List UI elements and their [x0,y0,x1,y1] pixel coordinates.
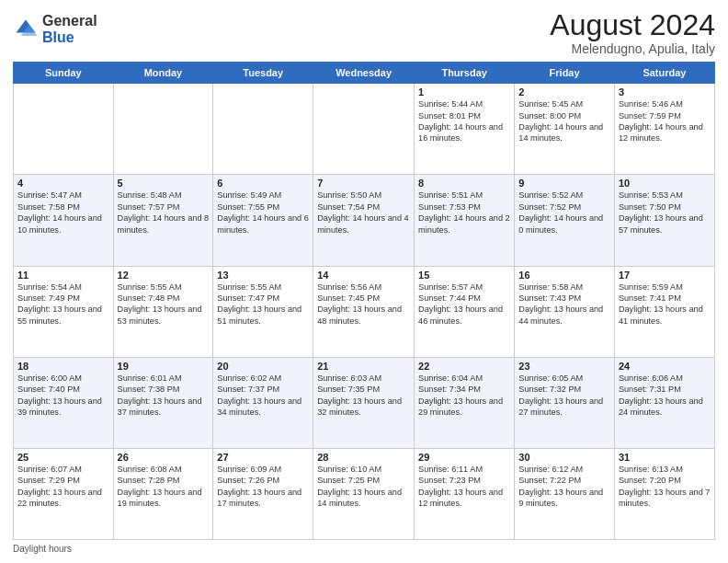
day-number: 31 [619,452,711,463]
day-info: Sunrise: 6:06 AMSunset: 7:31 PMDaylight:… [619,373,711,419]
day-number: 14 [317,270,410,281]
day-number: 27 [217,452,309,463]
day-info: Sunrise: 6:02 AMSunset: 7:37 PMDaylight:… [217,373,309,419]
day-info: Sunrise: 6:08 AMSunset: 7:28 PMDaylight:… [118,464,210,510]
calendar-cell: 8Sunrise: 5:51 AMSunset: 7:53 PMDaylight… [415,175,515,266]
calendar-week-4: 18Sunrise: 6:00 AMSunset: 7:40 PMDayligh… [14,357,715,448]
day-number: 13 [217,270,309,281]
day-info: Sunrise: 5:46 AMSunset: 7:59 PMDaylight:… [619,98,711,144]
day-number: 23 [518,361,610,372]
calendar-cell: 3Sunrise: 5:46 AMSunset: 7:59 PMDaylight… [614,84,714,175]
day-number: 16 [518,270,610,281]
calendar-table: SundayMondayTuesdayWednesdayThursdayFrid… [13,62,715,540]
page: General Blue August 2024 Melendugno, Apu… [0,0,728,563]
day-number: 17 [619,270,711,281]
day-number: 28 [317,452,410,463]
day-number: 10 [619,178,711,189]
day-info: Sunrise: 5:56 AMSunset: 7:45 PMDaylight:… [317,282,410,327]
calendar-cell: 21Sunrise: 6:03 AMSunset: 7:35 PMDayligh… [313,357,415,448]
footer: Daylight hours [13,544,715,554]
day-number: 26 [118,452,210,463]
day-info: Sunrise: 6:00 AMSunset: 7:40 PMDaylight:… [17,373,109,419]
col-header-wednesday: Wednesday [313,63,415,84]
calendar-cell: 12Sunrise: 5:55 AMSunset: 7:48 PMDayligh… [113,266,213,357]
day-info: Sunrise: 5:45 AMSunset: 8:00 PMDaylight:… [518,98,610,144]
calendar-cell: 14Sunrise: 5:56 AMSunset: 7:45 PMDayligh… [313,266,415,357]
calendar-week-1: 1Sunrise: 5:44 AMSunset: 8:01 PMDaylight… [14,84,715,175]
day-info: Sunrise: 6:13 AMSunset: 7:20 PMDaylight:… [619,464,711,510]
calendar-cell: 2Sunrise: 5:45 AMSunset: 8:00 PMDaylight… [515,84,615,175]
day-info: Sunrise: 5:50 AMSunset: 7:54 PMDaylight:… [317,190,410,236]
calendar-cell: 31Sunrise: 6:13 AMSunset: 7:20 PMDayligh… [614,448,714,539]
calendar-cell [14,84,114,175]
day-info: Sunrise: 6:11 AMSunset: 7:23 PMDaylight:… [418,464,510,510]
calendar-cell: 19Sunrise: 6:01 AMSunset: 7:38 PMDayligh… [113,357,213,448]
day-info: Sunrise: 5:47 AMSunset: 7:58 PMDaylight:… [17,190,109,236]
calendar-cell: 16Sunrise: 5:58 AMSunset: 7:43 PMDayligh… [515,266,615,357]
calendar-cell: 29Sunrise: 6:11 AMSunset: 7:23 PMDayligh… [415,448,515,539]
calendar-cell: 9Sunrise: 5:52 AMSunset: 7:52 PMDaylight… [515,175,615,266]
day-info: Sunrise: 5:51 AMSunset: 7:53 PMDaylight:… [418,190,510,236]
day-info: Sunrise: 6:04 AMSunset: 7:34 PMDaylight:… [418,373,510,419]
day-number: 1 [418,86,510,98]
day-number: 7 [317,178,410,189]
calendar-cell: 11Sunrise: 5:54 AMSunset: 7:49 PMDayligh… [14,266,114,357]
day-info: Sunrise: 6:01 AMSunset: 7:38 PMDaylight:… [118,373,210,419]
day-info: Sunrise: 6:05 AMSunset: 7:32 PMDaylight:… [518,373,610,419]
calendar-cell: 22Sunrise: 6:04 AMSunset: 7:34 PMDayligh… [415,357,515,448]
col-header-saturday: Saturday [614,63,714,84]
calendar-cell: 1Sunrise: 5:44 AMSunset: 8:01 PMDaylight… [415,84,515,175]
day-number: 29 [418,452,510,463]
day-info: Sunrise: 5:53 AMSunset: 7:50 PMDaylight:… [619,190,711,236]
day-info: Sunrise: 6:03 AMSunset: 7:35 PMDaylight:… [317,373,410,419]
day-info: Sunrise: 5:52 AMSunset: 7:52 PMDaylight:… [518,190,610,236]
day-number: 20 [217,361,309,372]
day-info: Sunrise: 6:10 AMSunset: 7:25 PMDaylight:… [317,464,410,510]
day-number: 18 [17,361,109,372]
calendar-cell: 5Sunrise: 5:48 AMSunset: 7:57 PMDaylight… [113,175,213,266]
day-number: 21 [317,361,410,372]
day-number: 6 [217,178,309,189]
day-info: Sunrise: 5:44 AMSunset: 8:01 PMDaylight:… [418,98,510,144]
day-info: Sunrise: 5:55 AMSunset: 7:47 PMDaylight:… [217,282,309,327]
calendar-cell: 6Sunrise: 5:49 AMSunset: 7:55 PMDaylight… [213,175,313,266]
day-info: Sunrise: 6:07 AMSunset: 7:29 PMDaylight:… [17,464,109,510]
calendar-cell: 17Sunrise: 5:59 AMSunset: 7:41 PMDayligh… [614,266,714,357]
subtitle: Melendugno, Apulia, Italy [550,41,715,56]
calendar-cell: 13Sunrise: 5:55 AMSunset: 7:47 PMDayligh… [213,266,313,357]
day-number: 3 [619,86,711,98]
calendar-cell: 24Sunrise: 6:06 AMSunset: 7:31 PMDayligh… [614,357,714,448]
logo-blue-text: Blue [42,29,74,45]
calendar-week-3: 11Sunrise: 5:54 AMSunset: 7:49 PMDayligh… [14,266,715,357]
calendar-cell [213,84,313,175]
day-info: Sunrise: 5:57 AMSunset: 7:44 PMDaylight:… [418,282,510,327]
calendar-cell: 7Sunrise: 5:50 AMSunset: 7:54 PMDaylight… [313,175,415,266]
header: General Blue August 2024 Melendugno, Apu… [13,9,715,56]
day-number: 11 [17,270,109,281]
day-number: 15 [418,270,510,281]
day-info: Sunrise: 5:58 AMSunset: 7:43 PMDaylight:… [518,282,610,327]
day-number: 8 [418,178,510,189]
calendar-cell: 26Sunrise: 6:08 AMSunset: 7:28 PMDayligh… [113,448,213,539]
logo-icon [13,17,39,42]
calendar-cell: 15Sunrise: 5:57 AMSunset: 7:44 PMDayligh… [415,266,515,357]
col-header-sunday: Sunday [14,63,114,84]
day-number: 30 [518,452,610,463]
calendar-cell: 27Sunrise: 6:09 AMSunset: 7:26 PMDayligh… [213,448,313,539]
day-info: Sunrise: 5:49 AMSunset: 7:55 PMDaylight:… [217,190,309,236]
day-info: Sunrise: 5:59 AMSunset: 7:41 PMDaylight:… [619,282,711,327]
col-header-tuesday: Tuesday [213,63,313,84]
calendar-cell: 23Sunrise: 6:05 AMSunset: 7:32 PMDayligh… [515,357,615,448]
calendar-cell: 30Sunrise: 6:12 AMSunset: 7:22 PMDayligh… [515,448,615,539]
daylight-label: Daylight hours [13,544,72,554]
day-number: 9 [518,178,610,189]
day-info: Sunrise: 6:09 AMSunset: 7:26 PMDaylight:… [217,464,309,510]
title-block: August 2024 Melendugno, Apulia, Italy [550,9,715,56]
col-header-thursday: Thursday [415,63,515,84]
col-header-monday: Monday [113,63,213,84]
day-info: Sunrise: 5:48 AMSunset: 7:57 PMDaylight:… [118,190,210,236]
calendar-cell [313,84,415,175]
day-number: 5 [118,178,210,189]
day-info: Sunrise: 5:54 AMSunset: 7:49 PMDaylight:… [17,282,109,327]
calendar-week-2: 4Sunrise: 5:47 AMSunset: 7:58 PMDaylight… [14,175,715,266]
